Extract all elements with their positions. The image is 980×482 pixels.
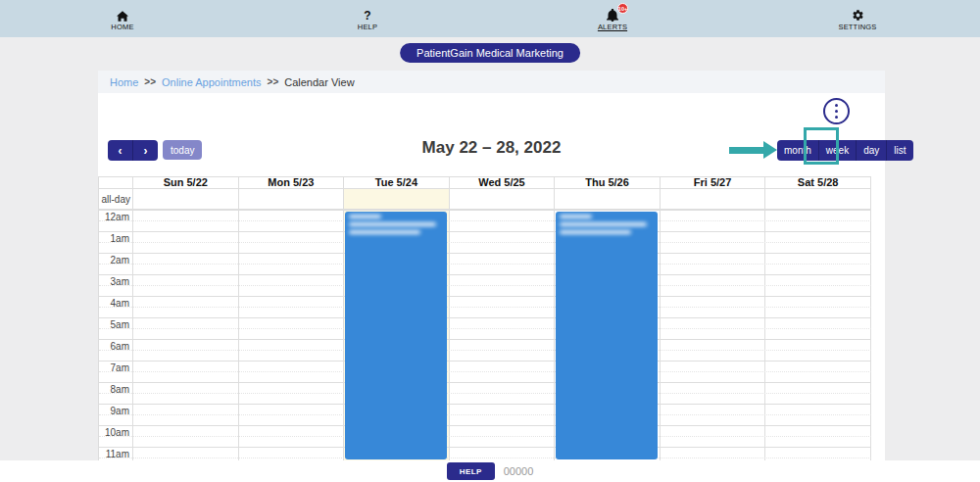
event-blurred-text-line (349, 230, 420, 234)
all-day-cell-sun[interactable] (133, 189, 239, 209)
time-grid: 12am1am2am3am4am5am6am7am8am9am10am11am (98, 211, 871, 460)
top-nav-bar: HOME ? HELP 10+ ALERTS SETTINGS (0, 0, 980, 37)
event-blurred-text-line (560, 215, 592, 218)
day-header-mon: Mon 5/23 (239, 177, 345, 188)
breadcrumb-separator: >> (268, 76, 279, 87)
gear-icon (852, 8, 864, 22)
all-day-cell-mon[interactable] (239, 189, 345, 209)
view-week-button[interactable]: week (818, 140, 856, 161)
footer-code: 00000 (504, 465, 534, 477)
annotation-arrow (729, 147, 763, 154)
breadcrumb-current-page: Calendar View (284, 76, 354, 88)
all-day-row: all-day (98, 189, 871, 211)
breadcrumb: Home >> Online Appointments >> Calendar … (98, 71, 885, 93)
event-blurred-text-line (349, 222, 435, 226)
help-button[interactable]: HELP (447, 462, 495, 480)
time-gutter (99, 211, 133, 460)
day-header-sat: Sat 5/28 (765, 177, 871, 188)
view-month-button[interactable]: month (777, 140, 818, 161)
brand-pill: PatientGain Medical Marketing (400, 43, 580, 63)
all-day-cell-wed[interactable] (450, 189, 556, 209)
kebab-menu-button[interactable] (823, 98, 850, 124)
footer-bar: HELP 00000 (0, 460, 980, 482)
time-column-fri[interactable] (661, 211, 766, 460)
event-block-thu[interactable] (556, 212, 658, 459)
all-day-cell-tue[interactable] (344, 189, 450, 209)
breadcrumb-online-appointments-link[interactable]: Online Appointments (162, 76, 262, 88)
time-column-sat[interactable] (765, 211, 871, 460)
calendar-grid: Sun 5/22Mon 5/23Tue 5/24Wed 5/25Thu 5/26… (98, 176, 871, 460)
event-block-tue[interactable] (345, 212, 447, 459)
view-day-button[interactable]: day (856, 140, 886, 161)
nav-help-label: HELP (358, 23, 377, 31)
nav-alerts-label: ALERTS (598, 23, 627, 31)
nav-alerts[interactable]: 10+ ALERTS (490, 0, 735, 37)
home-icon (117, 8, 128, 22)
nav-settings[interactable]: SETTINGS (735, 0, 980, 37)
view-list-button[interactable]: list (886, 140, 912, 161)
day-header-wed: Wed 5/25 (450, 177, 556, 188)
time-column-wed[interactable] (450, 211, 556, 460)
day-header-row: Sun 5/22Mon 5/23Tue 5/24Wed 5/25Thu 5/26… (98, 176, 871, 189)
all-day-cell-sat[interactable] (765, 189, 871, 209)
nav-home[interactable]: HOME (0, 0, 245, 37)
nav-help[interactable]: ? HELP (245, 0, 490, 37)
time-column-mon[interactable] (239, 211, 345, 460)
event-blurred-text-line (560, 230, 631, 234)
all-day-cell-fri[interactable] (661, 189, 766, 209)
annotation-arrow-head (763, 141, 777, 159)
event-blurred-text-line (349, 215, 381, 218)
all-day-label: all-day (99, 189, 133, 209)
all-day-cell-thu[interactable] (555, 189, 661, 209)
axis-header-cell (99, 177, 133, 188)
time-column-sun[interactable] (133, 211, 239, 460)
view-switcher: month week day list (777, 140, 913, 161)
day-header-sun: Sun 5/22 (133, 177, 239, 188)
day-header-thu: Thu 5/26 (555, 177, 661, 188)
day-header-tue: Tue 5/24 (344, 177, 450, 188)
breadcrumb-separator: >> (144, 76, 156, 87)
nav-settings-label: SETTINGS (838, 23, 876, 31)
nav-home-label: HOME (111, 23, 133, 31)
content-card: Home >> Online Appointments >> Calendar … (98, 71, 885, 460)
breadcrumb-home-link[interactable]: Home (110, 76, 138, 88)
alerts-count-badge: 10+ (617, 3, 628, 14)
bell-icon: 10+ (607, 8, 618, 22)
event-blurred-text-line (560, 222, 646, 226)
question-icon: ? (364, 8, 370, 22)
day-header-fri: Fri 5/27 (661, 177, 766, 188)
